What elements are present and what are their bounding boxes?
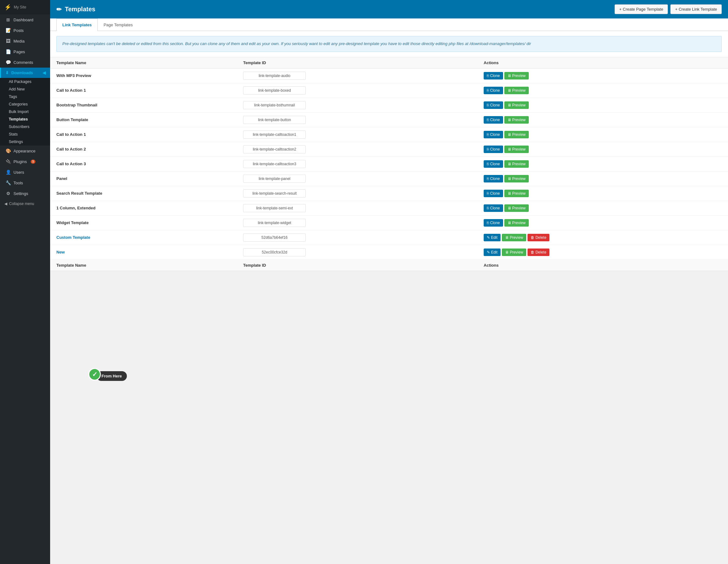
preview-button[interactable]: 🖥 Preview (504, 205, 529, 212)
sidebar-label-dashboard: Dashboard (13, 18, 34, 22)
clone-button[interactable]: ⎘ Clone (484, 72, 503, 80)
sidebar-sub-add-new[interactable]: Add New (0, 85, 50, 93)
template-name: Search Result Template (56, 191, 102, 196)
col-header-id: Template ID (237, 57, 477, 68)
sidebar-item-appearance[interactable]: 🎨 Appearance (0, 146, 50, 156)
clone-button[interactable]: ⎘ Clone (484, 101, 503, 109)
preview-button[interactable]: 🖥 Preview (504, 160, 529, 168)
preview-button[interactable]: 🖥 Preview (504, 146, 529, 153)
header-buttons: + Create Page Template + Create Link Tem… (615, 4, 722, 14)
create-page-template-button[interactable]: + Create Page Template (615, 4, 668, 14)
clone-button[interactable]: ⎘ Clone (484, 160, 503, 168)
preview-button[interactable]: 🖥 Preview (502, 249, 526, 256)
template-id-input[interactable] (243, 131, 306, 139)
template-id-cell (237, 186, 477, 201)
clone-button[interactable]: ⎘ Clone (484, 146, 503, 153)
table-footer-row: Template Name Template ID Actions (50, 260, 728, 271)
template-id-input[interactable] (243, 219, 306, 227)
edit-button[interactable]: ✎ Edit (484, 234, 501, 241)
preview-button[interactable]: 🖥 Preview (504, 87, 529, 94)
create-link-template-button[interactable]: + Create Link Template (670, 4, 722, 14)
sidebar-item-downloads[interactable]: ⬇ Downloads ◀ (0, 68, 50, 78)
sidebar-item-dashboard[interactable]: ⊞ Dashboard (0, 14, 50, 25)
template-name-cell: 1 Column, Extended (50, 201, 237, 215)
sidebar-item-pages[interactable]: 📄 Pages (0, 46, 50, 57)
template-id-input[interactable] (243, 72, 306, 80)
template-id-input[interactable] (243, 234, 306, 242)
preview-button[interactable]: 🖥 Preview (504, 219, 529, 227)
plugins-icon: 🔌 (5, 159, 11, 164)
preview-button[interactable]: 🖥 Preview (504, 190, 529, 197)
tab-link-templates[interactable]: Link Templates (56, 18, 98, 31)
clone-button[interactable]: ⎘ Clone (484, 87, 503, 94)
sidebar-item-plugins[interactable]: 🔌 Plugins 9 (0, 156, 50, 167)
col-footer-actions: Actions (477, 260, 728, 271)
sidebar-sub-stats[interactable]: Stats (0, 131, 50, 138)
clone-button[interactable]: ⎘ Clone (484, 116, 503, 124)
sidebar-item-settings[interactable]: ⚙ Settings (0, 188, 50, 199)
template-id-input[interactable] (243, 248, 306, 256)
template-id-cell (237, 171, 477, 186)
sidebar-label-downloads: Downloads (11, 70, 33, 75)
template-id-cell (237, 245, 477, 260)
sidebar-sub-templates[interactable]: Templates (0, 116, 50, 123)
tooltip-bubble: From Here (96, 371, 127, 381)
template-name: Widget Template (56, 220, 89, 225)
template-id-input[interactable] (243, 101, 306, 109)
table-row: With MP3 Preview⎘ Clone🖥 Preview (50, 68, 728, 83)
template-actions-cell: ⎘ Clone🖥 Preview (477, 127, 728, 142)
preview-button[interactable]: 🖥 Preview (502, 234, 526, 241)
clone-button[interactable]: ⎘ Clone (484, 190, 503, 197)
preview-button[interactable]: 🖥 Preview (504, 175, 529, 183)
templates-table: Template Name Template ID Actions With M… (50, 57, 728, 271)
sidebar-sub-all-packages[interactable]: All Packages (0, 78, 50, 85)
sidebar-sub-settings[interactable]: Settings (0, 138, 50, 146)
sidebar-item-media[interactable]: 🖼 Media (0, 36, 50, 46)
preview-button[interactable]: 🖥 Preview (504, 72, 529, 80)
sidebar-sub-subscribers[interactable]: Subscribers (0, 123, 50, 131)
sidebar-item-users[interactable]: 👤 Users (0, 167, 50, 178)
template-id-input[interactable] (243, 86, 306, 95)
templates-table-wrapper: Template Name Template ID Actions With M… (50, 57, 728, 271)
template-actions-cell: ⎘ Clone🖥 Preview (477, 171, 728, 186)
edit-button[interactable]: ✎ Edit (484, 249, 501, 256)
wand-icon: ✏ (56, 6, 62, 13)
sidebar-item-comments[interactable]: 💬 Comments (0, 57, 50, 68)
template-id-input[interactable] (243, 204, 306, 212)
template-name[interactable]: Custom Template (56, 235, 90, 240)
sidebar-sub-tags[interactable]: Tags (0, 93, 50, 101)
template-id-input[interactable] (243, 145, 306, 153)
clone-button[interactable]: ⎘ Clone (484, 205, 503, 212)
template-id-cell (237, 215, 477, 230)
clone-button[interactable]: ⎘ Clone (484, 175, 503, 183)
delete-button[interactable]: 🗑 Delete (528, 234, 549, 241)
tab-page-templates[interactable]: Page Templates (98, 18, 139, 31)
template-id-cell (237, 201, 477, 215)
template-name-cell: With MP3 Preview (50, 68, 237, 83)
template-id-cell (237, 157, 477, 171)
sidebar: ⚡ My Site ⊞ Dashboard 📝 Posts 🖼 Media 📄 … (0, 0, 50, 564)
template-name-cell: Button Template (50, 112, 237, 127)
preview-button[interactable]: 🖥 Preview (504, 131, 529, 138)
sidebar-item-posts[interactable]: 📝 Posts (0, 25, 50, 36)
table-row: Button Template⎘ Clone🖥 Preview (50, 112, 728, 127)
delete-button[interactable]: 🗑 Delete (528, 249, 549, 256)
template-id-input[interactable] (243, 189, 306, 198)
clone-button[interactable]: ⎘ Clone (484, 131, 503, 138)
sidebar-sub-bulk-import[interactable]: Bulk Import (0, 108, 50, 116)
sidebar-label-tools: Tools (13, 181, 23, 185)
template-name: Panel (56, 176, 67, 181)
preview-button[interactable]: 🖥 Preview (504, 101, 529, 109)
template-id-input[interactable] (243, 160, 306, 168)
collapse-menu-button[interactable]: ◀ Collapse menu (0, 199, 50, 209)
col-footer-id: Template ID (237, 260, 477, 271)
template-id-input[interactable] (243, 116, 306, 124)
template-name[interactable]: New (56, 250, 65, 255)
template-name: Call to Action 1 (56, 88, 86, 93)
clone-button[interactable]: ⎘ Clone (484, 219, 503, 227)
sidebar-item-tools[interactable]: 🔧 Tools (0, 178, 50, 188)
template-id-input[interactable] (243, 175, 306, 183)
sidebar-sub-categories[interactable]: Categories (0, 101, 50, 108)
template-actions-cell: ⎘ Clone🖥 Preview (477, 112, 728, 127)
preview-button[interactable]: 🖥 Preview (504, 116, 529, 124)
